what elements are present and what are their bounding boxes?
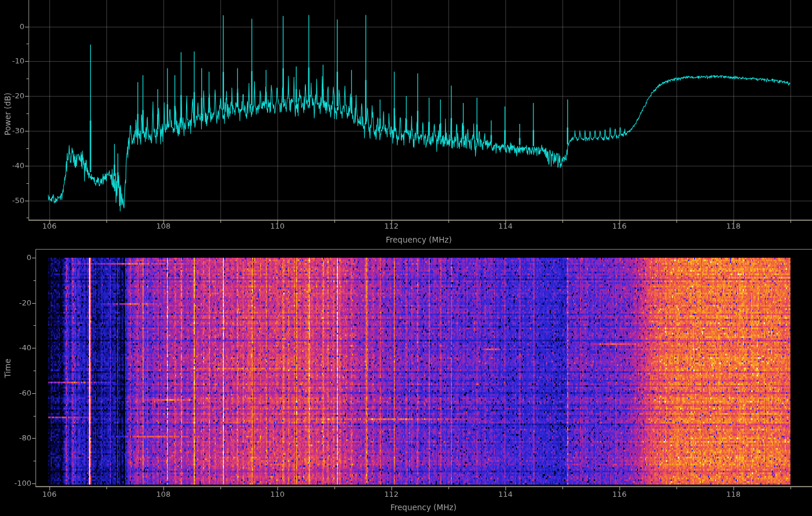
spectrum-x-tick-label: 106 — [35, 222, 64, 231]
spectrum-waterfall-canvas — [0, 0, 812, 516]
waterfall-x-tick-label: 118 — [719, 490, 748, 499]
spectrum-y-tick-label: -40 — [0, 161, 24, 170]
spectrum-x-tick-label: 118 — [719, 222, 748, 231]
spectrum-y-tick-label: -10 — [0, 56, 24, 66]
spectrum-y-tick-label: -50 — [0, 196, 24, 205]
spectrum-x-tick-label: 112 — [377, 222, 406, 231]
spectrum-x-tick-label: 116 — [605, 222, 634, 231]
spectrum-y-tick-label: -30 — [0, 126, 24, 136]
waterfall-y-tick-label: -40 — [0, 343, 31, 353]
waterfall-xlabel: Frequency (MHz) — [390, 503, 456, 512]
spectrum-y-tick-label: -20 — [0, 91, 24, 101]
spectrum-x-tick-label: 110 — [263, 222, 292, 231]
spectrum-x-tick-label: 114 — [491, 222, 520, 231]
spectrum-y-tick-label: 0 — [0, 22, 24, 31]
figure: Power (dB) Frequency (MHz) 0-10-20-30-40… — [0, 0, 812, 516]
waterfall-y-tick-label: -20 — [0, 298, 31, 308]
waterfall-x-tick-label: 112 — [377, 490, 406, 499]
waterfall-ylabel: Time — [3, 358, 12, 378]
waterfall-x-tick-label: 114 — [491, 490, 520, 499]
waterfall-y-tick-label: -80 — [0, 433, 31, 443]
waterfall-y-tick-label: -60 — [0, 389, 31, 398]
spectrum-xlabel: Frequency (MHz) — [386, 235, 451, 244]
spectrum-x-tick-label: 108 — [149, 222, 178, 231]
waterfall-x-tick-label: 108 — [149, 490, 178, 499]
waterfall-y-tick-label: -100 — [0, 479, 31, 488]
waterfall-x-tick-label: 106 — [35, 490, 64, 499]
waterfall-x-tick-label: 116 — [605, 490, 634, 499]
waterfall-y-tick-label: 0 — [0, 253, 31, 262]
waterfall-x-tick-label: 110 — [263, 490, 292, 499]
